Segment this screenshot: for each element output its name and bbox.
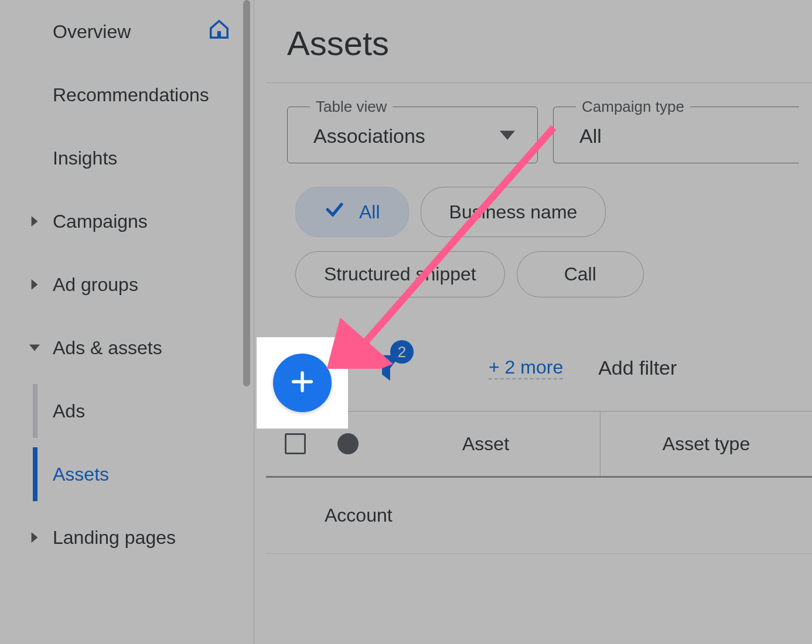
nav-label: Ads & assets <box>53 337 162 359</box>
add-button[interactable] <box>273 354 332 412</box>
nav-label: Assets <box>53 464 109 485</box>
field-value: All <box>579 125 602 148</box>
sidebar-item-overview[interactable]: Overview <box>0 0 254 63</box>
chip-all[interactable]: All <box>295 187 409 237</box>
sidebar-subitem-ads[interactable]: Ads <box>0 379 254 443</box>
svg-rect-0 <box>217 31 221 37</box>
chip-label: Business name <box>449 201 578 223</box>
chip-label: Call <box>564 263 596 285</box>
check-icon <box>324 199 345 225</box>
nav-label: Ad groups <box>53 274 138 296</box>
sidebar-item-ad-groups[interactable]: Ad groups <box>0 253 254 316</box>
chip-structured-snippet[interactable]: Structured snippet <box>295 251 505 297</box>
main-content: Assets Table view Associations Campaign … <box>266 0 812 644</box>
filter-button[interactable]: 2 <box>371 352 401 383</box>
asset-cell: Account <box>325 505 393 526</box>
field-label: Campaign type <box>576 98 690 116</box>
sidebar-item-ads-assets[interactable]: Ads & assets <box>0 316 254 379</box>
plus-icon <box>289 368 316 398</box>
field-label: Table view <box>310 98 393 116</box>
sidebar-item-campaigns[interactable]: Campaigns <box>0 190 254 253</box>
table-row[interactable]: Account <box>266 478 812 554</box>
chip-label: All <box>359 201 380 223</box>
sidebar-subitem-assets[interactable]: Assets <box>0 443 254 506</box>
scrollbar[interactable] <box>243 0 250 386</box>
status-dot-icon <box>337 433 359 454</box>
status-column-header <box>325 433 371 454</box>
field-value: Associations <box>313 125 425 148</box>
nav-label: Landing pages <box>53 527 176 549</box>
table-view-select[interactable]: Table view Associations <box>287 107 538 163</box>
sidebar: Overview Recommendations Insights Campai… <box>0 0 254 644</box>
home-icon <box>208 18 230 45</box>
chevron-down-icon <box>500 128 515 145</box>
sidebar-item-insights[interactable]: Insights <box>0 126 254 190</box>
fab-highlight <box>257 337 348 429</box>
select-all-checkbox[interactable] <box>266 433 325 454</box>
chevron-right-icon <box>28 531 41 544</box>
campaign-type-select[interactable]: Campaign type All <box>553 107 799 163</box>
chip-label: Structured snippet <box>324 263 476 285</box>
sidebar-item-recommendations[interactable]: Recommendations <box>0 63 254 126</box>
nav-label: Insights <box>53 148 117 169</box>
sidebar-item-landing-pages[interactable]: Landing pages <box>0 506 254 569</box>
nav-label: Overview <box>53 21 131 43</box>
add-filter-button[interactable]: Add filter <box>598 357 677 379</box>
filter-badge: 2 <box>390 340 414 364</box>
asset-column-header[interactable]: Asset <box>371 433 600 455</box>
chevron-right-icon <box>28 215 41 228</box>
chevron-down-icon <box>28 341 41 354</box>
checkbox-icon <box>285 433 306 454</box>
chip-call[interactable]: Call <box>517 251 644 297</box>
chips-row: All Business name <box>266 163 812 237</box>
chips-row-2: Structured snippet Call <box>266 237 812 297</box>
chevron-right-icon <box>28 278 41 291</box>
nav-label: Campaigns <box>53 211 148 232</box>
chip-business-name[interactable]: Business name <box>421 187 606 237</box>
nav-label: Recommendations <box>53 84 209 106</box>
page-title: Assets <box>266 0 812 83</box>
more-filters-link[interactable]: + 2 more <box>489 357 563 379</box>
controls-row: Table view Associations Campaign type Al… <box>266 83 812 163</box>
nav-label: Ads <box>53 400 85 422</box>
asset-type-column-header[interactable]: Asset type <box>601 433 812 455</box>
